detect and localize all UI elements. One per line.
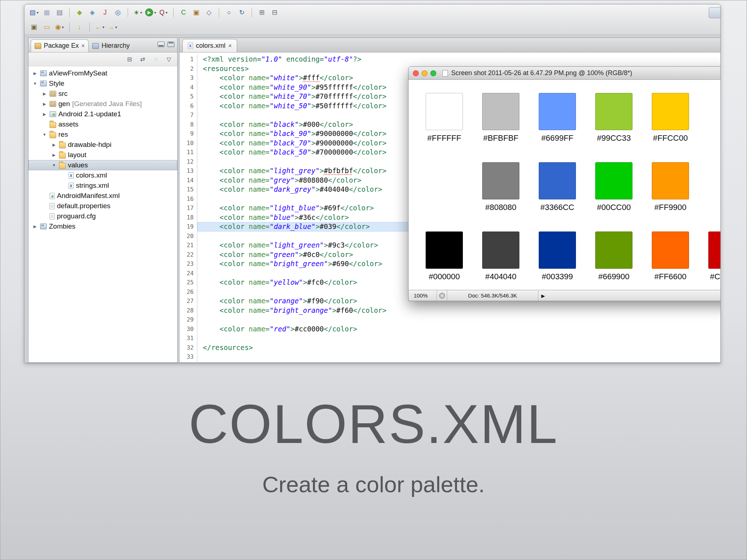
save-button[interactable]: ▦ — [41, 7, 53, 18]
tab-colors-xml[interactable]: colors.xml — [182, 39, 237, 52]
code-text[interactable] — [197, 334, 720, 343]
android-sdk-manager-button[interactable]: ◆ — [74, 7, 85, 18]
expand-arrow-icon[interactable]: ▼ — [42, 132, 47, 137]
tree-item-res[interactable]: ▼res — [28, 129, 177, 140]
tab-hierarchy[interactable]: Hierarchy — [89, 40, 133, 52]
ddms-button[interactable]: ◎ — [112, 7, 124, 18]
android-sdk-manager-icon: ◆ — [77, 9, 82, 16]
tree-item-label: proguard.cfg — [57, 212, 96, 220]
expand-arrow-icon[interactable]: ▼ — [32, 81, 38, 86]
tree-item-colors-xml[interactable]: colors.xml — [28, 170, 177, 180]
new-wizard-button[interactable]: ▧▾ — [28, 7, 40, 18]
tree-item-values[interactable]: ▼values — [28, 160, 177, 170]
minimize-view-icon[interactable] — [158, 42, 165, 47]
tree-item-layout[interactable]: ▶layout — [28, 150, 177, 160]
tree-item-proguard-cfg[interactable]: proguard.cfg — [28, 211, 177, 221]
syntax-token: > — [324, 241, 328, 249]
code-text[interactable] — [197, 352, 720, 362]
line-number: 7 — [179, 110, 197, 120]
syntax-token: #fff — [303, 74, 320, 82]
expand-arrow-icon[interactable]: ▶ — [42, 92, 47, 96]
new-java-package-button[interactable]: ▣ — [190, 7, 202, 18]
tree-item-src[interactable]: ▶src — [28, 89, 177, 99]
expand-arrow-icon[interactable]: ▶ — [42, 102, 47, 106]
project-tree: ▶aViewFromMySeat▼Style▶src▶gen [Generate… — [28, 66, 177, 362]
code-text[interactable] — [197, 315, 720, 324]
code-text[interactable]: <color name="red">#cc0000</color> — [197, 324, 720, 334]
color-swatch — [595, 232, 632, 269]
expand-arrow-icon[interactable]: ▶ — [51, 153, 57, 158]
view-menu-button[interactable]: ▽ — [164, 55, 174, 64]
tree-item-default-properties[interactable]: default.properties — [28, 201, 177, 211]
tree-item-label: Style — [49, 79, 64, 88]
zoom-button[interactable] — [430, 70, 436, 76]
collapse-all-button[interactable]: ⊟ — [125, 55, 134, 64]
last-edit-location-button[interactable]: ↓ — [74, 21, 85, 33]
junit-button[interactable]: J — [99, 7, 111, 18]
expand-arrow-icon[interactable]: ▶ — [32, 224, 38, 229]
search-files-button[interactable]: ◉▾ — [54, 21, 65, 33]
preview-title-bar[interactable]: Screen shot 2011-05-26 at 6.47.29 PM.png… — [409, 67, 721, 80]
show-whitespace-button[interactable]: ⊞ — [256, 7, 268, 18]
expand-arrow-icon[interactable]: ▶ — [32, 71, 38, 76]
refresh-button[interactable]: ↻ — [236, 7, 248, 18]
toolbar-separator — [219, 8, 219, 17]
run-button[interactable]: ▶▾ — [145, 7, 156, 18]
tab-label: Hierarchy — [101, 42, 129, 50]
android-avd-manager-button[interactable]: ◈ — [86, 7, 98, 18]
swatch-cell: #FFFFFF — [426, 93, 463, 143]
syntax-token: name= — [249, 148, 270, 156]
forward-button[interactable]: →▾ — [107, 21, 118, 33]
close-icon[interactable] — [228, 42, 232, 50]
tree-item-strings-xml[interactable]: strings.xml — [28, 180, 177, 191]
open-perspective-button[interactable]: ▣ — [28, 21, 40, 33]
code-text[interactable]: <color name="bright_orange">#f60</color> — [197, 306, 720, 315]
print-icon: ▤ — [56, 9, 62, 16]
back-button[interactable]: ←▾ — [94, 21, 105, 33]
filters-button[interactable]: ○ — [151, 55, 160, 64]
syntax-token: #808080 — [299, 176, 328, 184]
collapse-regions-button[interactable]: ⊟ — [269, 7, 280, 18]
print-button[interactable]: ▤ — [54, 7, 65, 18]
open-type-button[interactable]: ◇ — [203, 7, 215, 18]
search-button[interactable]: ○ — [223, 7, 235, 18]
maximize-view-icon[interactable] — [167, 42, 174, 47]
syntax-token: </color> — [353, 129, 387, 137]
code-text[interactable]: <?xml version="1.0" encoding="utf-8"?> — [197, 55, 720, 64]
syntax-token: #fc0 — [307, 278, 324, 286]
line-number: 14 — [179, 176, 197, 185]
expand-arrow-icon[interactable]: ▶ — [42, 112, 47, 117]
tree-item-aviewfrommyseat[interactable]: ▶aViewFromMySeat — [28, 68, 177, 78]
hierarchy-icon — [92, 43, 99, 49]
perspective-switcher-icon[interactable] — [709, 7, 721, 18]
minimize-button[interactable] — [422, 70, 427, 76]
zoom-level[interactable]: 100% — [409, 290, 437, 301]
tab-package-ex[interactable]: Package Ex — [31, 39, 89, 52]
tree-item-zombies[interactable]: ▶Zombies — [28, 221, 177, 232]
expand-arrow-icon[interactable]: ▶ — [51, 143, 57, 147]
close-icon[interactable] — [81, 42, 85, 50]
new-java-class-button[interactable]: C — [178, 7, 189, 18]
tree-item-androidmanifest-xml[interactable]: AndroidManifest.xml — [28, 191, 177, 201]
external-tools-button[interactable]: ∗▾ — [132, 7, 144, 18]
collapse-all-icon: ⊟ — [127, 56, 132, 63]
tree-item-gen[interactable]: ▶gen [Generated Java Files] — [28, 99, 177, 109]
link-with-editor-button[interactable]: ⇄ — [138, 55, 147, 64]
code-text[interactable]: </resources> — [197, 343, 720, 353]
debug-external-button[interactable]: Q▾ — [158, 7, 169, 18]
expand-arrow-icon[interactable]: ▼ — [51, 163, 57, 167]
syntax-token: ?> — [353, 55, 361, 63]
tree-item-assets[interactable]: assets — [28, 119, 177, 129]
status-menu-arrow-icon[interactable] — [538, 292, 548, 299]
close-button[interactable] — [413, 70, 419, 76]
open-resource-button[interactable]: ▭ — [41, 21, 53, 33]
syntax-token: name= — [249, 222, 270, 230]
syntax-token: "light_grey" — [270, 167, 320, 175]
syntax-token: name= — [249, 185, 270, 193]
lib-icon — [50, 111, 56, 117]
syntax-token: </resources> — [203, 343, 253, 351]
tree-item-android-2-1-update1[interactable]: ▶Android 2.1-update1 — [28, 109, 177, 119]
tree-item-drawable-hdpi[interactable]: ▶drawable-hdpi — [28, 140, 177, 150]
tree-item-style[interactable]: ▼Style — [28, 78, 177, 89]
color-swatch — [595, 162, 632, 199]
